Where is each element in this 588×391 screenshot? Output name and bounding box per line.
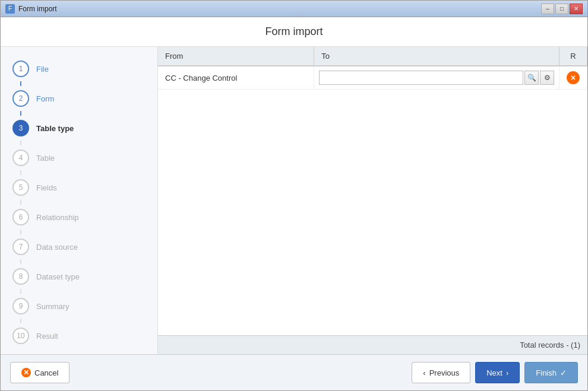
table-footer: Total records - (1) [158,335,587,354]
main-window: F Form import – □ ✕ Form import 1 File [0,0,588,391]
step-label-10: Result [36,332,58,341]
step-circle-5: 5 [12,179,29,196]
total-records-label: Total records - (1) [520,341,580,349]
step-label-9: Summary [36,302,69,311]
next-label: Next [486,368,502,377]
title-bar: F Form import – □ ✕ [1,1,587,17]
action-bar: ✕ Cancel ‹ Previous Next › Finish ✓ [1,354,587,390]
step-label-3: Table type [36,124,74,133]
connector-6 [20,230,21,234]
step-item-6: 6 Relationship [1,205,157,230]
step-item-1: 1 File [1,56,157,81]
step-item-7: 7 Data source [1,234,157,259]
window-title: Form import [18,5,541,13]
finish-button[interactable]: Finish ✓ [524,362,578,383]
settings-button[interactable]: ⚙ [540,71,554,85]
cancel-button[interactable]: ✕ Cancel [10,362,69,383]
table-row: CC - Change Control🔍⚙× [158,66,587,90]
remove-row-button[interactable]: × [567,71,580,84]
connector-5 [20,200,21,205]
table-area: From To R CC - Change Control🔍⚙× [158,47,587,335]
to-cell: 🔍⚙ [314,66,559,90]
table-header-row: From To R [158,47,587,66]
step-label-1: File [36,65,49,74]
connector-9 [20,319,21,323]
maximize-button[interactable]: □ [555,4,568,14]
step-circle-7: 7 [12,239,29,255]
step-label-2: Form [36,94,54,103]
remove-cell: × [559,66,587,90]
previous-label: Previous [429,368,460,377]
main-content: From To R CC - Change Control🔍⚙× Total r… [158,47,587,354]
step-circle-10: 10 [12,328,29,344]
step-circle-3: 3 [12,120,29,136]
step-label-4: Table [36,154,55,163]
connector-3 [20,141,21,145]
steps-list: 1 File 2 Form 3 Table type 4 [1,47,157,354]
minimize-button[interactable]: – [541,4,554,14]
action-right: ‹ Previous Next › Finish ✓ [412,362,578,383]
window-controls: – □ ✕ [541,4,583,14]
next-button[interactable]: Next › [475,362,520,383]
dialog-title: Form import [1,26,587,38]
step-item-4: 4 Table [1,145,157,170]
connector-1 [20,81,21,86]
step-item-10: 10 Result [1,323,157,348]
step-circle-9: 9 [12,298,29,314]
step-circle-8: 8 [12,268,29,285]
checkmark-icon: ✓ [560,368,567,377]
chevron-right-icon: › [506,368,508,377]
mapping-table: From To R CC - Change Control🔍⚙× [158,47,587,90]
step-label-7: Data source [36,243,78,252]
cancel-label: Cancel [34,368,58,377]
app-icon: F [5,4,15,14]
r-column-header: R [559,47,587,66]
step-circle-1: 1 [12,61,29,77]
step-item-2: 2 Form [1,86,157,111]
step-label-6: Relationship [36,213,79,222]
close-button[interactable]: ✕ [570,4,583,14]
step-circle-2: 2 [12,90,29,107]
step-circle-6: 6 [12,209,29,225]
step-item-9: 9 Summary [1,294,157,319]
finish-label: Finish [536,368,557,377]
step-label-5: Fields [36,183,57,192]
step-item-5: 5 Fields [1,175,157,200]
step-label-8: Dataset type [36,272,80,281]
cancel-icon: ✕ [21,368,31,377]
sidebar: 1 File 2 Form 3 Table type 4 [1,47,158,354]
action-left: ✕ Cancel [10,362,69,383]
step-item-8: 8 Dataset type [1,264,157,289]
dialog-header: Form import [1,17,587,47]
chevron-left-icon: ‹ [423,368,425,377]
connector-4 [20,170,21,175]
window-body: 1 File 2 Form 3 Table type 4 [1,47,587,354]
from-column-header: From [158,47,314,66]
step-circle-4: 4 [12,150,29,166]
connector-2 [20,111,21,116]
connector-8 [20,289,21,294]
connector-7 [20,259,21,264]
to-column-header: To [314,47,559,66]
step-item-3: 3 Table type [1,116,157,141]
from-cell: CC - Change Control [158,66,314,90]
previous-button[interactable]: ‹ Previous [412,362,470,383]
search-button[interactable]: 🔍 [524,71,539,85]
to-input[interactable] [319,71,523,85]
